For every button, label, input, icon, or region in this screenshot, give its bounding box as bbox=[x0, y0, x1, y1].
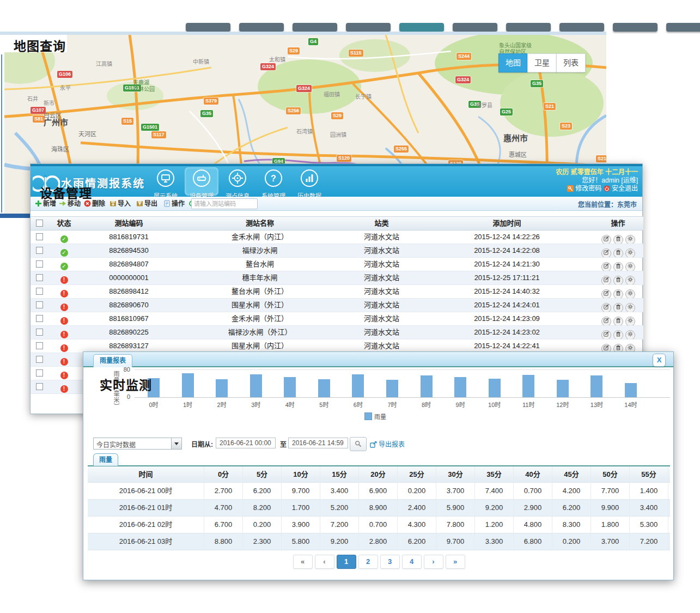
top-tab[interactable] bbox=[559, 23, 604, 32]
bar bbox=[386, 380, 398, 397]
top-tab[interactable] bbox=[346, 23, 391, 32]
row-checkbox[interactable] bbox=[36, 329, 43, 336]
row-select-cell bbox=[31, 312, 48, 325]
export-report-link[interactable]: 导出报表 bbox=[370, 439, 405, 448]
page-button-2[interactable]: 2 bbox=[358, 555, 378, 569]
table-row: 2016-06-21 00时2.7006.2009.7003.4006.9000… bbox=[88, 483, 670, 500]
top-tab[interactable] bbox=[613, 23, 658, 32]
column-header: 状态 bbox=[48, 217, 80, 230]
value-cell: 9.900 bbox=[591, 500, 630, 516]
top-tab[interactable] bbox=[506, 23, 551, 32]
settings-icon[interactable] bbox=[625, 262, 635, 271]
logout-link[interactable]: 安全退出 bbox=[612, 185, 638, 192]
edit-icon[interactable] bbox=[601, 262, 611, 271]
station-code-search-input[interactable] bbox=[191, 198, 258, 209]
row-checkbox[interactable] bbox=[36, 301, 43, 308]
edit-icon[interactable] bbox=[601, 303, 611, 312]
edit-icon[interactable] bbox=[601, 317, 611, 325]
delete-icon[interactable] bbox=[613, 330, 623, 339]
settings-icon[interactable] bbox=[625, 317, 635, 325]
bar bbox=[284, 377, 296, 397]
data-range-select[interactable]: 今日实时数据 bbox=[93, 438, 182, 450]
delete-icon[interactable] bbox=[613, 248, 623, 257]
top-tab[interactable] bbox=[293, 23, 337, 32]
delete-icon[interactable] bbox=[613, 303, 623, 312]
edit-icon[interactable] bbox=[601, 248, 611, 257]
edit-icon[interactable] bbox=[601, 330, 611, 339]
nav-item-设备管理[interactable]: 设备管理 bbox=[185, 167, 218, 196]
top-tab[interactable] bbox=[186, 23, 230, 32]
row-checkbox[interactable] bbox=[36, 260, 43, 268]
select-arrow-button[interactable] bbox=[171, 438, 181, 449]
select-all-checkbox[interactable] bbox=[36, 220, 43, 227]
place-label: 博罗县 bbox=[476, 102, 492, 109]
row-checkbox[interactable] bbox=[36, 274, 43, 281]
row-checkbox[interactable] bbox=[36, 342, 43, 349]
row-checkbox[interactable] bbox=[36, 233, 43, 240]
settings-icon[interactable] bbox=[625, 303, 635, 312]
nav-item-系统管理[interactable]: ?系统管理 bbox=[257, 167, 290, 200]
row-checkbox[interactable] bbox=[36, 315, 43, 322]
value-cell: 6.200 bbox=[398, 533, 436, 550]
edit-icon[interactable] bbox=[601, 235, 611, 244]
nav-item-历史数据[interactable]: 历史数据 bbox=[293, 167, 326, 200]
toolbar-button-导入[interactable]: 导入 bbox=[109, 199, 131, 209]
top-tab[interactable] bbox=[399, 23, 444, 32]
map-view-button-map[interactable]: 地图 bbox=[498, 53, 528, 72]
operation-cell bbox=[593, 285, 643, 298]
bar bbox=[522, 375, 534, 397]
page-button-3[interactable]: 3 bbox=[380, 555, 400, 569]
tab-rainfall[interactable]: 雨量 bbox=[93, 453, 118, 466]
status-cell: ! bbox=[48, 339, 80, 353]
top-tab[interactable] bbox=[666, 23, 700, 32]
toolbar-button-操作[interactable]: 操作 bbox=[163, 199, 185, 209]
settings-icon[interactable] bbox=[625, 235, 635, 244]
road-badge: S255 bbox=[394, 145, 409, 153]
delete-icon[interactable] bbox=[613, 262, 623, 271]
value-cell: 1.800 bbox=[591, 517, 630, 533]
delete-icon[interactable] bbox=[613, 235, 623, 244]
select-value: 今日实时数据 bbox=[96, 440, 136, 449]
column-header: 操作 bbox=[593, 217, 643, 230]
map-view-button-list[interactable]: 列表 bbox=[556, 53, 586, 72]
top-tab[interactable] bbox=[453, 23, 497, 32]
settings-icon[interactable] bbox=[625, 248, 635, 257]
page-button-1[interactable]: 1 bbox=[337, 555, 356, 569]
value-cell: 0.200 bbox=[398, 483, 436, 499]
nav-item-测点信息[interactable]: 测点信息 bbox=[221, 167, 254, 200]
delete-icon[interactable] bbox=[613, 289, 623, 298]
toolbar-button-导出[interactable]: 导出 bbox=[136, 199, 157, 209]
query-button[interactable] bbox=[350, 437, 367, 451]
row-checkbox[interactable] bbox=[36, 288, 43, 295]
prev-page-button[interactable]: ‹ bbox=[315, 555, 334, 569]
column-header: 35分 bbox=[475, 466, 514, 482]
date-to-input[interactable] bbox=[288, 438, 348, 448]
delete-icon[interactable] bbox=[613, 317, 623, 325]
settings-icon[interactable] bbox=[625, 289, 635, 298]
last-page-button[interactable]: » bbox=[446, 555, 465, 569]
road-badge: G106 bbox=[57, 71, 72, 78]
edit-icon[interactable] bbox=[601, 276, 611, 284]
map-view-button-satellite[interactable]: 卫星 bbox=[527, 53, 557, 72]
delete-icon[interactable] bbox=[613, 276, 623, 284]
close-icon[interactable]: X bbox=[653, 354, 666, 367]
top-tab[interactable] bbox=[239, 23, 284, 32]
first-page-button[interactable]: « bbox=[293, 555, 313, 569]
settings-icon[interactable] bbox=[625, 330, 635, 339]
road-badge: S244 bbox=[456, 53, 471, 60]
edit-icon[interactable] bbox=[601, 289, 611, 298]
next-page-button[interactable]: › bbox=[424, 555, 443, 569]
change-password-link[interactable]: 修改密码 bbox=[575, 185, 601, 192]
operation-cell bbox=[593, 244, 643, 257]
legend-swatch bbox=[364, 412, 372, 420]
road-badge: G4 bbox=[308, 38, 318, 45]
row-checkbox[interactable] bbox=[36, 356, 43, 363]
tab-rainfall-report[interactable]: 雨量报表 bbox=[93, 354, 132, 367]
date-from-input[interactable] bbox=[216, 438, 276, 448]
nav-item-展示系统[interactable]: 展示系统 bbox=[149, 167, 182, 200]
page-button-4[interactable]: 4 bbox=[402, 555, 422, 569]
row-checkbox[interactable] bbox=[36, 383, 43, 390]
row-checkbox[interactable] bbox=[36, 247, 43, 254]
settings-icon[interactable] bbox=[625, 276, 635, 284]
row-checkbox[interactable] bbox=[36, 369, 43, 377]
